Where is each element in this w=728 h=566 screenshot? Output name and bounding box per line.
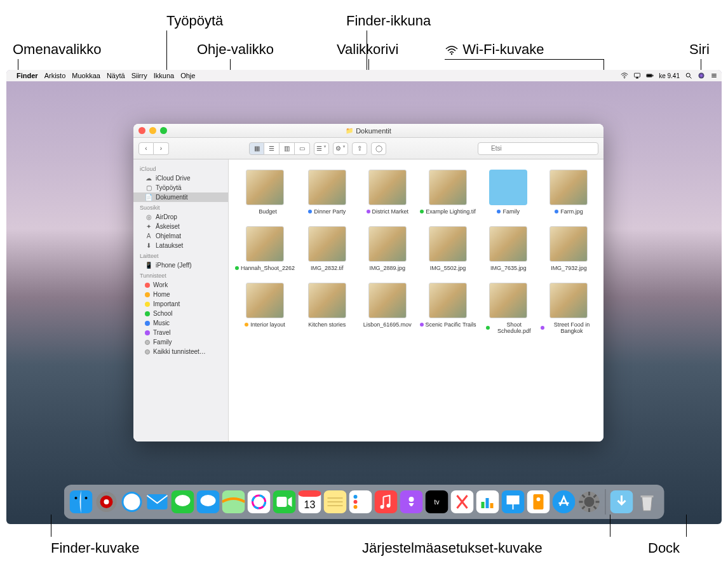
menu-ohje[interactable]: Ohje (180, 72, 195, 79)
dock-systemprefs-icon[interactable] (577, 490, 602, 514)
search-input[interactable] (478, 142, 598, 155)
battery-icon[interactable] (646, 72, 654, 79)
menu-arkisto[interactable]: Arkisto (44, 72, 66, 79)
menubar-clock[interactable]: ke 9.41 (659, 72, 680, 79)
sidebar-item[interactable]: Work (133, 280, 228, 290)
file-item[interactable]: IMG_2832.tif (299, 226, 355, 271)
share-button[interactable]: ⇧ (352, 142, 367, 155)
view-list-button[interactable]: ☰ (264, 142, 280, 155)
dock-facetime-icon[interactable] (273, 490, 297, 514)
dock-tv-icon[interactable]: tv (425, 490, 449, 514)
back-button[interactable]: ‹ (138, 142, 154, 155)
file-item[interactable]: Shoot Schedule.pdf (480, 283, 537, 334)
dock-downloads-icon[interactable] (610, 490, 634, 514)
dock-notes-icon[interactable] (323, 490, 347, 514)
sidebar-item-icon: ✦ (145, 223, 152, 230)
dock-pages-icon[interactable] (527, 490, 551, 514)
view-icons-button[interactable]: ▦ (249, 142, 264, 155)
dock-news-icon[interactable] (450, 490, 475, 514)
file-item[interactable]: Dinner Party (299, 170, 355, 215)
file-item[interactable]: IMG_5502.jpg (419, 226, 476, 271)
sidebar-item[interactable]: AOhjelmat (133, 231, 228, 241)
notification-center-icon[interactable] (710, 72, 718, 79)
sidebar-item[interactable]: ⬇Lataukset (133, 241, 228, 250)
menu-siirry[interactable]: Siirry (131, 72, 147, 79)
file-item[interactable]: Lisbon_61695.mov (359, 283, 415, 334)
sidebar-item[interactable]: 📱iPhone (Jeff) (133, 260, 228, 270)
file-item[interactable]: Scenic Pacific Trails (419, 283, 476, 334)
file-item[interactable]: Interior layout (235, 283, 295, 334)
dock-messages-icon[interactable] (171, 490, 195, 514)
file-item[interactable]: Street Food in Bangkok (541, 283, 597, 334)
sidebar-item-label: Important (153, 300, 180, 307)
sidebar-item[interactable]: ◎AirDrop (133, 212, 228, 222)
window-title: 📁Dokumentit (346, 127, 391, 135)
dock-launchpad-icon[interactable] (95, 490, 119, 514)
file-item[interactable]: Farm.jpg (541, 170, 597, 215)
dock-mail-icon[interactable] (145, 490, 170, 514)
dock-music-icon[interactable] (374, 490, 398, 514)
file-label: IMG_5502.jpg (430, 265, 466, 271)
sidebar-item[interactable]: Music (133, 318, 228, 328)
sidebar-item[interactable]: Home (133, 290, 228, 299)
dock-calendar-icon[interactable]: 13 (298, 490, 322, 514)
tags-button[interactable]: ◯ (371, 142, 386, 155)
file-item[interactable]: Example Lighting.tif (419, 170, 476, 215)
dock-maps-icon[interactable] (222, 490, 246, 514)
file-item[interactable]: Hannah_Shoot_2262 (235, 226, 295, 271)
file-item[interactable]: IMG_2889.jpg (359, 226, 415, 271)
dock-safari-icon[interactable] (120, 490, 144, 514)
dock-imessage-icon[interactable] (196, 490, 220, 514)
dock-numbers-icon[interactable] (476, 490, 500, 514)
action-button[interactable]: ⚙ ˅ (333, 142, 348, 155)
svg-rect-30 (277, 497, 287, 507)
file-item[interactable]: Kitchen stories (299, 283, 355, 334)
forward-button[interactable]: › (154, 142, 169, 155)
wifi-icon[interactable] (621, 72, 628, 79)
spotlight-icon[interactable] (685, 72, 692, 79)
menu-ikkuna[interactable]: Ikkuna (154, 72, 174, 79)
dock-reminders-icon[interactable] (349, 490, 373, 514)
view-columns-button[interactable]: ▥ (280, 142, 295, 155)
tag-dot-icon (253, 210, 257, 213)
zoom-button[interactable] (160, 127, 167, 134)
file-label: Scenic Pacific Trails (420, 321, 476, 328)
app-menu[interactable]: Finder (17, 72, 38, 79)
airplay-icon[interactable] (633, 72, 641, 79)
file-label: Farm.jpg (555, 208, 583, 215)
file-item[interactable]: District Market (359, 170, 415, 215)
sidebar-item[interactable]: ▢Työpöytä (133, 183, 228, 192)
file-item[interactable]: IMG_7932.jpg (541, 226, 597, 271)
sidebar-item[interactable]: Family (133, 337, 228, 347)
sidebar-item[interactable]: School (133, 309, 228, 318)
minimize-button[interactable] (149, 127, 156, 134)
sidebar-item-label: School (153, 310, 173, 317)
desktop[interactable]: Finder Arkisto Muokkaa Näytä Siirry Ikku… (6, 70, 722, 524)
file-item[interactable]: Budget (235, 170, 295, 215)
dock-keynote-icon[interactable] (501, 490, 525, 514)
tag-dot-icon (420, 210, 424, 213)
dock-photos-icon[interactable] (247, 490, 271, 514)
group-by-button[interactable]: ☰ ˅ (314, 142, 329, 155)
file-item[interactable]: IMG_7635.jpg (480, 226, 537, 271)
dock-trash-icon[interactable] (635, 490, 659, 514)
titlebar[interactable]: 📁Dokumentit (133, 124, 603, 138)
svg-rect-25 (222, 490, 245, 513)
menu-nayta[interactable]: Näytä (107, 72, 125, 79)
view-gallery-button[interactable]: ▭ (295, 142, 310, 155)
dock-appstore-icon[interactable] (552, 490, 576, 514)
file-thumbnail (549, 226, 588, 262)
sidebar-item[interactable]: ✦Äskeiset (133, 222, 228, 231)
menu-muokkaa[interactable]: Muokkaa (72, 72, 100, 79)
siri-icon[interactable] (698, 72, 705, 79)
file-label: District Market (367, 208, 409, 215)
dock-podcasts-icon[interactable] (400, 490, 424, 514)
file-item[interactable]: Family (480, 170, 537, 215)
sidebar-item[interactable]: Kaikki tunnisteet… (133, 347, 228, 356)
sidebar-item[interactable]: ☁iCloud Drive (133, 173, 228, 183)
dock-finder-icon[interactable] (69, 490, 93, 514)
sidebar-item[interactable]: 📄Dokumentit (133, 192, 228, 202)
sidebar-item[interactable]: Travel (133, 328, 228, 337)
close-button[interactable] (138, 127, 145, 134)
sidebar-item[interactable]: Important (133, 299, 228, 309)
